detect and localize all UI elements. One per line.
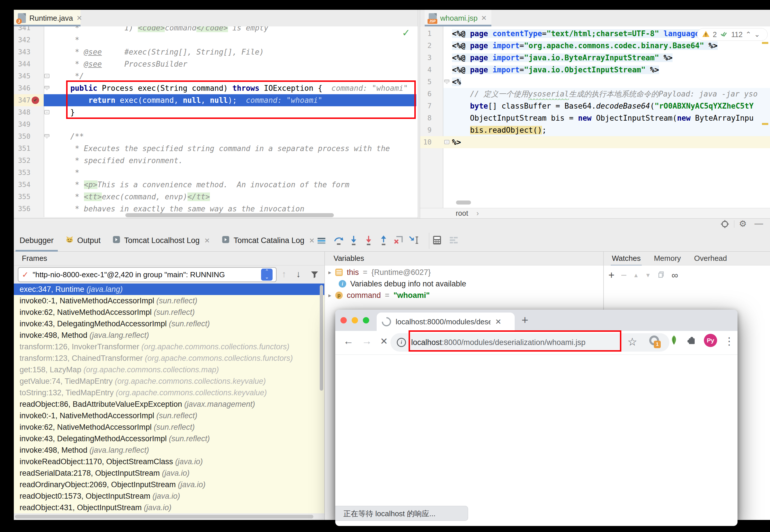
close-tab-icon[interactable]: ✕ xyxy=(495,317,501,326)
debug-tool-tab-debugger[interactable]: Debugger xyxy=(14,230,59,252)
variable-row[interactable]: ▸this = {Runtime@6027} xyxy=(325,267,431,278)
code-line-7[interactable]: 7 byte[] classBuffer = Base64.decodeBase… xyxy=(420,100,770,112)
line-number[interactable]: 4 xyxy=(420,64,432,76)
close-tab-icon[interactable]: ✕ xyxy=(76,14,82,22)
code-line-8[interactable]: 8 ObjectInputStream bis = new ObjectInpu… xyxy=(420,112,770,124)
line-number[interactable]: 344 xyxy=(14,58,30,70)
new-tab-icon[interactable]: + xyxy=(521,314,528,327)
fold-marker-icon[interactable] xyxy=(444,80,449,84)
expand-icon[interactable]: ▸ xyxy=(328,269,331,276)
frame-row[interactable]: invoke0:-1, NativeMethodAccessorImpl (su… xyxy=(14,410,324,421)
frame-row[interactable]: readObject0:1573, ObjectInputStream (jav… xyxy=(14,490,324,502)
frame-row[interactable]: invoke:62, NativeMethodAccessorImpl (sun… xyxy=(14,421,324,433)
frame-row[interactable]: readObject:431, ObjectInputStream (java.… xyxy=(14,502,324,513)
line-number[interactable]: 357 xyxy=(14,215,30,217)
code-line-355[interactable]: 355 * <tt>exec(command, envp)</tt> xyxy=(14,191,418,203)
line-number[interactable]: 3 xyxy=(420,52,432,64)
line-number[interactable]: 356 xyxy=(14,203,30,215)
gear-icon[interactable]: ⚙ xyxy=(739,219,747,229)
evaluate-expression-icon[interactable] xyxy=(431,234,443,247)
frame-row[interactable]: invoke:498, Method (java.lang.reflect) xyxy=(14,444,324,456)
tab-runtime-java[interactable]: J Runtime.java ✕ xyxy=(14,10,80,26)
code-line-10[interactable]: 10−%> xyxy=(420,136,770,148)
frame-row[interactable]: get:158, LazyMap (org.apache.commons.col… xyxy=(14,364,324,375)
frame-row[interactable]: exec:347, Runtime (java.lang) xyxy=(14,284,324,295)
fold-marker-icon[interactable]: − xyxy=(44,74,49,78)
line-number[interactable]: 349 xyxy=(14,118,30,130)
profile-avatar[interactable]: Py xyxy=(704,334,717,347)
fold-marker-icon[interactable]: − xyxy=(444,140,449,144)
line-number[interactable]: 6 xyxy=(420,88,432,100)
stripe-warning-mark[interactable] xyxy=(762,123,768,125)
view-flow-icon[interactable] xyxy=(448,234,459,247)
line-number[interactable]: 346 xyxy=(14,82,30,94)
code-line-350[interactable]: 350 /** xyxy=(14,130,418,142)
browser-tab[interactable]: localhost:8000/modules/deseri ✕ xyxy=(377,313,515,331)
line-number[interactable]: 5 xyxy=(420,76,432,88)
line-number[interactable]: 10 xyxy=(420,136,432,148)
debug-tool-tab-tomcat-localhost-log[interactable]: Tomcat Localhost Log✕ xyxy=(106,230,216,252)
code-line-342[interactable]: 342 * xyxy=(14,34,418,46)
frame-row[interactable]: invoke:62, NativeMethodAccessorImpl (sun… xyxy=(14,307,324,318)
frame-row[interactable]: readSerialData:2178, ObjectInputStream (… xyxy=(14,467,324,479)
close-tab-icon[interactable]: ✕ xyxy=(481,14,487,22)
drop-frame-icon[interactable] xyxy=(393,234,404,247)
code-line-341[interactable]: 341 * 1) <code>command</code> is empty xyxy=(14,26,418,34)
tab-memory[interactable]: Memory xyxy=(654,254,681,265)
forward-icon[interactable]: → xyxy=(362,335,372,347)
move-down-icon[interactable]: ▼ xyxy=(645,272,651,279)
prev-frame-icon[interactable]: ↑ xyxy=(282,269,286,280)
tab-whoami-jsp[interactable]: JSP whoami.jsp ✕ xyxy=(425,10,491,26)
line-number[interactable]: 7 xyxy=(420,100,432,112)
minimize-window-icon[interactable] xyxy=(352,317,358,323)
move-up-icon[interactable]: ▲ xyxy=(633,272,639,279)
line-number[interactable]: 354 xyxy=(14,179,30,191)
next-problem-icon[interactable]: ⌄ xyxy=(754,30,760,38)
frame-row[interactable]: toString:132, TiedMapEntry (org.apache.c… xyxy=(14,387,324,398)
frames-hscrollbar[interactable] xyxy=(15,515,313,518)
thread-selector[interactable]: ✓ "http-nio-8000-exec-1"@2,420 in group … xyxy=(18,267,277,282)
code-line-6[interactable]: 6 // 定义一个使用ysoserial生成的执行本地系统命令的Payload:… xyxy=(420,88,770,100)
frame-row[interactable]: invoke:498, Method (java.lang.reflect) xyxy=(14,329,324,341)
run-to-cursor-icon[interactable] xyxy=(408,234,419,247)
editor-whoami-jsp[interactable]: 1<%@ page contentType="text/html;charset… xyxy=(420,26,770,208)
line-number[interactable]: 352 xyxy=(14,155,30,167)
line-number[interactable]: 9 xyxy=(420,124,432,136)
variable-row[interactable]: ▸pcommand = "whoami" xyxy=(325,290,430,301)
editor-runtime-java[interactable]: 341 * 1) <code>command</code> is empty34… xyxy=(14,26,418,217)
step-into-icon[interactable] xyxy=(348,234,359,247)
debug-tool-tab-output[interactable]: Output xyxy=(59,230,106,252)
remove-watch-icon[interactable]: − xyxy=(621,269,627,281)
step-out-icon[interactable] xyxy=(378,234,389,247)
code-line-349[interactable]: 349 xyxy=(14,118,418,130)
line-number[interactable]: 351 xyxy=(14,142,30,155)
extensions-puzzle-icon[interactable] xyxy=(686,334,698,347)
variable-row[interactable]: iVariables debug info not available xyxy=(325,278,466,290)
code-line-351[interactable]: 351 * Executes the specified string comm… xyxy=(14,142,418,155)
code-line-352[interactable]: 352 * specified environment. xyxy=(14,155,418,167)
line-number[interactable]: 8 xyxy=(420,112,432,124)
step-over-icon[interactable] xyxy=(333,234,344,247)
frame-row[interactable]: transform:126, InvokerTransformer (org.a… xyxy=(14,341,324,352)
close-window-icon[interactable] xyxy=(340,317,347,323)
breakpoint-verified-icon[interactable]: ✔ xyxy=(32,97,39,104)
frame-row[interactable]: transform:123, ChainedTransformer (org.a… xyxy=(14,352,324,364)
thread-dropdown-stepper[interactable]: ⌃⌄ xyxy=(261,269,273,281)
prev-problem-icon[interactable]: ⌃ xyxy=(746,30,751,38)
fold-marker-icon[interactable] xyxy=(44,134,49,138)
line-number[interactable]: 347 xyxy=(14,94,30,106)
line-number[interactable]: 2 xyxy=(420,40,432,52)
line-number[interactable]: 345 xyxy=(14,70,30,82)
line-number[interactable]: 343 xyxy=(14,46,30,58)
right-editor-hscrollbar[interactable] xyxy=(456,201,471,205)
line-number[interactable]: 355 xyxy=(14,191,30,203)
zoom-window-icon[interactable] xyxy=(363,317,369,323)
line-number[interactable]: 1 xyxy=(420,28,432,40)
inspections-widget[interactable]: 2 112 ⌃ ⌄ xyxy=(697,28,768,41)
code-line-9[interactable]: 9 bis.readObject(); xyxy=(420,124,770,136)
browser-menu-icon[interactable]: ⋮ xyxy=(724,335,734,347)
back-icon[interactable]: ← xyxy=(343,335,354,347)
line-number[interactable]: 350 xyxy=(14,130,30,142)
line-number[interactable]: 342 xyxy=(14,34,30,46)
show-watches-inline-icon[interactable]: ∞ xyxy=(672,270,678,281)
